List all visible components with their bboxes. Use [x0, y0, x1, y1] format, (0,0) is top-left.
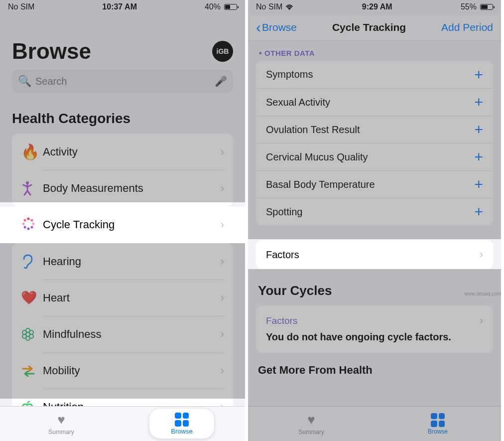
data-row-spotting[interactable]: Spotting+: [256, 198, 493, 225]
nav-bar: ‹ Browse Cycle Tracking Add Period: [248, 14, 501, 41]
ear-icon: [21, 254, 43, 269]
plus-icon[interactable]: +: [474, 94, 483, 111]
search-field[interactable]: 🔍 🎤: [12, 70, 233, 93]
plus-icon[interactable]: +: [474, 176, 483, 193]
back-button[interactable]: ‹ Browse: [256, 19, 297, 36]
category-heart[interactable]: ❤️ Heart›: [12, 280, 233, 316]
tab-browse[interactable]: Browse: [149, 409, 214, 439]
status-bar: No SIM 9:29 AM 55%: [248, 0, 501, 14]
carrier-text: No SIM: [256, 2, 282, 11]
data-row-basal-temp[interactable]: Basal Body Temperature+: [256, 170, 493, 198]
chevron-right-icon: ›: [480, 314, 483, 327]
svg-point-1: [27, 218, 30, 220]
category-mobility[interactable]: Mobility›: [12, 352, 233, 389]
chevron-right-icon: ›: [221, 218, 224, 231]
battery-icon: [224, 4, 237, 10]
chevron-right-icon: ›: [221, 292, 224, 304]
grid-icon: [175, 413, 189, 427]
body-icon: [21, 181, 43, 196]
svg-point-14: [22, 334, 26, 338]
categories-card: 🔥 Activity› Body Measurements›: [12, 134, 233, 206]
plus-icon[interactable]: +: [474, 148, 483, 165]
mindfulness-icon: [21, 327, 43, 341]
flame-icon: 🔥: [21, 143, 43, 160]
svg-point-6: [24, 226, 26, 229]
plus-icon[interactable]: +: [474, 203, 483, 220]
search-icon: 🔍: [18, 75, 31, 88]
factors-card-body: You do not have ongoing cycle factors.: [266, 330, 483, 344]
get-more-title: Get More From Health: [258, 364, 493, 377]
clock-text: 10:37 AM: [102, 2, 137, 11]
tab-summary[interactable]: ♥ Summary: [0, 407, 123, 441]
svg-point-16: [289, 8, 290, 9]
svg-point-8: [24, 219, 26, 222]
tab-summary[interactable]: ♥ Summary: [248, 407, 375, 441]
svg-point-5: [27, 228, 30, 230]
left-screenshot: No SIM 10:37 AM 40% Browse iGB 🔍 🎤 Healt…: [0, 0, 248, 441]
data-row-symptoms[interactable]: Symptoms+: [256, 61, 493, 88]
watermark-text: www.deuaq.com: [465, 291, 501, 296]
svg-point-2: [31, 219, 33, 222]
category-body[interactable]: Body Measurements›: [12, 170, 233, 206]
right-screenshot: No SIM 9:29 AM 55% ‹ Browse Cycle Tracki…: [248, 0, 501, 441]
chevron-right-icon: ›: [221, 182, 224, 195]
svg-point-15: [22, 330, 26, 334]
heart-fill-icon: ♥: [307, 412, 315, 428]
carrier-text: No SIM: [8, 2, 34, 11]
search-input[interactable]: [35, 76, 215, 87]
status-bar: No SIM 10:37 AM 40%: [0, 0, 245, 14]
profile-avatar[interactable]: iGB: [212, 41, 233, 62]
data-row-sexual-activity[interactable]: Sexual Activity+: [256, 88, 493, 116]
category-mindfulness[interactable]: Mindfulness›: [12, 316, 233, 352]
category-activity[interactable]: 🔥 Activity›: [12, 134, 233, 170]
tab-browse[interactable]: Browse: [375, 407, 501, 441]
wifi-icon: [285, 4, 293, 10]
categories-card-cont: Hearing› ❤️ Heart› Mindfulness› Mobility…: [12, 243, 233, 425]
mobility-icon: [21, 365, 43, 377]
plus-icon[interactable]: +: [474, 66, 483, 83]
chevron-right-icon: ›: [221, 146, 224, 158]
heart-icon: ❤️: [21, 290, 43, 305]
section-header: OTHER DATA: [259, 49, 493, 58]
chevron-right-icon: ›: [221, 364, 224, 377]
category-hearing[interactable]: Hearing›: [12, 243, 233, 280]
battery-pct: 55%: [461, 2, 477, 11]
data-row-cervical[interactable]: Cervical Mucus Quality+: [256, 143, 493, 170]
svg-point-3: [32, 223, 35, 225]
heart-fill-icon: ♥: [57, 412, 65, 428]
clock-text: 9:29 AM: [362, 2, 392, 11]
nav-title: Cycle Tracking: [332, 21, 406, 33]
factors-summary-card[interactable]: Factors › You do not have ongoing cycle …: [256, 305, 493, 353]
other-data-card: Symptoms+ Sexual Activity+ Ovulation Tes…: [256, 61, 493, 225]
factors-row[interactable]: Factors ›: [256, 240, 493, 269]
grid-icon: [431, 413, 445, 427]
chevron-right-icon: ›: [221, 255, 224, 268]
svg-point-0: [26, 181, 29, 184]
data-row-ovulation[interactable]: Ovulation Test Result+: [256, 116, 493, 143]
factors-card-title: Factors: [266, 315, 297, 326]
battery-icon: [480, 4, 493, 10]
chevron-left-icon: ‹: [256, 19, 261, 36]
mic-icon[interactable]: 🎤: [215, 75, 227, 87]
plus-icon[interactable]: +: [474, 121, 483, 138]
svg-point-11: [29, 330, 33, 334]
tab-bar: ♥ Summary Browse: [248, 406, 501, 441]
add-period-button[interactable]: Add Period: [441, 21, 493, 33]
category-cycle-tracking[interactable]: Cycle Tracking›: [0, 206, 245, 243]
chevron-right-icon: ›: [480, 248, 483, 261]
your-cycles-title: Your Cycles: [258, 283, 493, 298]
cycle-tracking-icon: [21, 216, 43, 233]
chevron-right-icon: ›: [221, 328, 224, 341]
battery-pct: 40%: [205, 2, 221, 11]
page-title: Browse: [12, 39, 91, 64]
svg-point-4: [31, 226, 33, 229]
factors-row-card: Factors ›: [256, 240, 493, 269]
svg-point-7: [22, 223, 25, 225]
section-title: Health Categories: [12, 111, 233, 127]
